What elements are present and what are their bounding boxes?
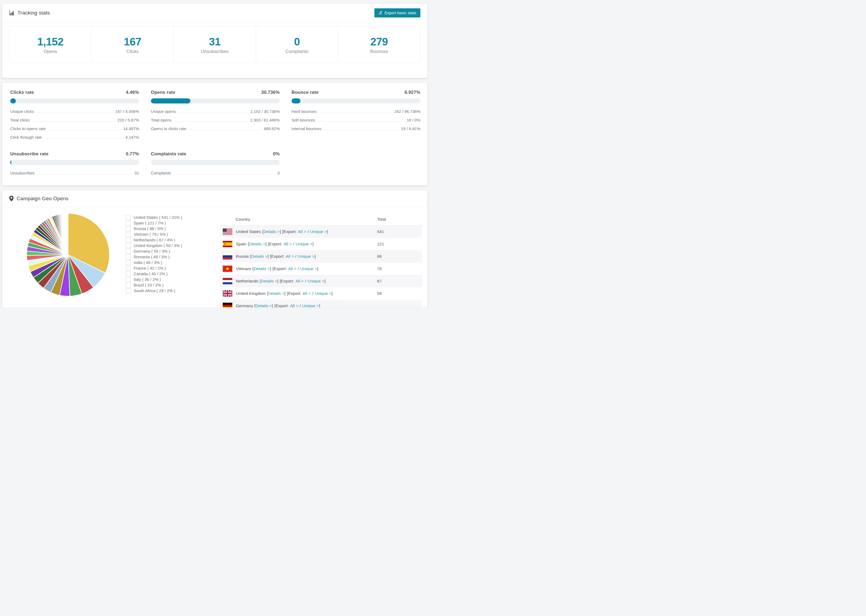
stat-label: Hard bounces [291, 109, 316, 114]
export-all-link[interactable]: All > [302, 291, 311, 296]
bounce-rate-bar [291, 98, 420, 104]
opens-rate-value: 30.736% [261, 90, 280, 95]
stat-complaints-value: 0 [256, 36, 338, 47]
export-all-link[interactable]: All > [283, 242, 292, 247]
details-link[interactable]: Details > [261, 279, 277, 284]
legend-swatch [126, 215, 131, 220]
tracking-stats-card: Tracking stats Export basic stats 1,152 … [2, 3, 428, 78]
row-total: 121 [375, 238, 422, 250]
clicks-rate-bar [10, 98, 139, 104]
row-total: 79 [375, 262, 422, 275]
legend-swatch [126, 221, 131, 225]
export-all-link[interactable]: All > [290, 303, 299, 308]
bounce-rate-bar-fill [291, 98, 301, 104]
stat-label: Total opens [151, 118, 172, 122]
geo-pie-wrap [10, 207, 126, 308]
legend-item: United States ( 541 / 31% ) [126, 214, 206, 220]
flag-united-kingdom-icon [223, 290, 232, 297]
table-row-clipped: Germany [Details >] [Export:All >/Unique… [220, 300, 422, 308]
legend-swatch [126, 243, 131, 248]
stat-clicks: 167 Clicks [91, 26, 174, 63]
export-basic-stats-button[interactable]: Export basic stats [375, 8, 420, 17]
unsubscribe-rate-panel: Unsubscribe rate 0.77% Unsubscribes31 [10, 151, 139, 175]
legend-swatch [126, 272, 131, 276]
dotted-leader [44, 138, 123, 139]
export-unique-link[interactable]: Unique > [307, 279, 324, 284]
unsubscribe-rate-bar [10, 160, 139, 165]
unsubscribe-rate-title: Unsubscribe rate [10, 151, 49, 157]
stat-value: 4.147% [125, 135, 139, 140]
legend-swatch [126, 283, 131, 288]
export-unique-link[interactable]: Unique > [300, 266, 317, 271]
export-all-link[interactable]: All > [295, 279, 304, 284]
dotted-leader [319, 113, 392, 113]
stat-opens-value: 1,152 [9, 36, 91, 47]
tracking-stats-header: Tracking stats Export basic stats [2, 3, 427, 23]
flag-united-states-icon [223, 228, 232, 235]
legend-swatch [126, 288, 131, 293]
details-link[interactable]: Details > [263, 229, 280, 234]
export-unique-link[interactable]: Unique > [310, 229, 327, 234]
flag-netherlands-icon [223, 278, 232, 284]
table-row: Spain [Details >] [Export:All >/Unique >… [220, 238, 422, 250]
page-title: Tracking stats [17, 10, 50, 16]
details-link[interactable]: Details > [268, 291, 285, 296]
geo-opens-pie-chart[interactable] [25, 212, 110, 297]
stat-opens-label: Opens [9, 49, 91, 54]
opens-rate-title: Opens rate [151, 90, 175, 95]
legend-item: Germany ( 55 / 3% ) [126, 248, 206, 254]
geo-table: Country Total United States [Details >] … [220, 214, 422, 308]
map-pin-icon [9, 196, 14, 201]
clicks-rate-panel: Clicks rate 4.46% Unique clicks167 / 4.4… [10, 90, 139, 140]
stat-opens: 1,152 Opens [9, 26, 91, 63]
details-link[interactable]: Details > [249, 242, 265, 247]
export-unique-link[interactable]: Unique > [298, 254, 314, 259]
stat-value: 689.82% [264, 126, 280, 131]
export-unique-link[interactable]: Unique > [296, 242, 312, 247]
dotted-leader [173, 174, 276, 174]
stat-label: Unsubscribes [10, 171, 35, 175]
bounce-rate-title: Bounce rate [291, 90, 318, 95]
export-button-label: Export basic stats [384, 11, 416, 15]
legend-item: Romania ( 49 / 3% ) [126, 254, 206, 259]
complaints-rate-title: Complaints rate [151, 151, 186, 157]
complaints-rate-bar [151, 160, 280, 165]
table-row: Netherlands [Details >] [Export:All >/Un… [220, 275, 422, 287]
dotted-leader [37, 174, 132, 174]
stat-label: Click through rate [10, 135, 42, 140]
stat-value: 19 / 6.81% [401, 126, 420, 131]
legend-item: Russia ( 86 / 5% ) [126, 226, 206, 231]
flag-russia-icon [223, 253, 232, 259]
export-all-link[interactable]: All > [286, 254, 294, 259]
stat-bounces-value: 279 [338, 36, 420, 47]
legend-swatch [126, 232, 131, 237]
flag-germany-icon [223, 303, 232, 308]
dotted-leader [36, 113, 113, 113]
stat-unsubscribes-value: 31 [174, 36, 256, 47]
stat-bounces-label: Bounces [338, 49, 420, 54]
stat-label: Internal bounces [291, 126, 321, 131]
table-row: United States [Details >] [Export:All >/… [220, 225, 422, 238]
table-row: United Kingdom [Details >] [Export:All >… [220, 287, 422, 300]
export-all-link[interactable]: All > [288, 266, 296, 271]
rates-card: Clicks rate 4.46% Unique clicks167 / 4.4… [2, 83, 428, 186]
legend-item: Italy ( 36 / 2% ) [126, 277, 206, 282]
legend-item: Brazil ( 33 / 2% ) [126, 282, 206, 288]
details-link[interactable]: Details > [251, 254, 268, 259]
clicks-rate-bar-fill [10, 98, 16, 104]
export-unique-link[interactable]: Unique > [315, 291, 331, 296]
export-icon [378, 11, 383, 15]
stat-bounces: 279 Bounces [338, 26, 420, 63]
stat-value: 18 / 0% [407, 118, 420, 122]
flag-vietnam-icon [223, 266, 232, 272]
opens-rate-bar-fill [151, 98, 191, 104]
stat-clicks-value: 167 [92, 36, 174, 47]
details-link[interactable]: Details > [255, 303, 272, 308]
flag-spain-icon [223, 241, 232, 247]
details-link[interactable]: Details > [254, 266, 270, 271]
stat-value: 220 / 5.87% [118, 118, 139, 122]
export-all-link[interactable]: All > [298, 229, 306, 234]
unsubscribe-rate-value: 0.77% [126, 151, 139, 157]
bounce-rate-value: 6.927% [405, 90, 420, 95]
export-unique-link[interactable]: Unique > [302, 303, 319, 308]
